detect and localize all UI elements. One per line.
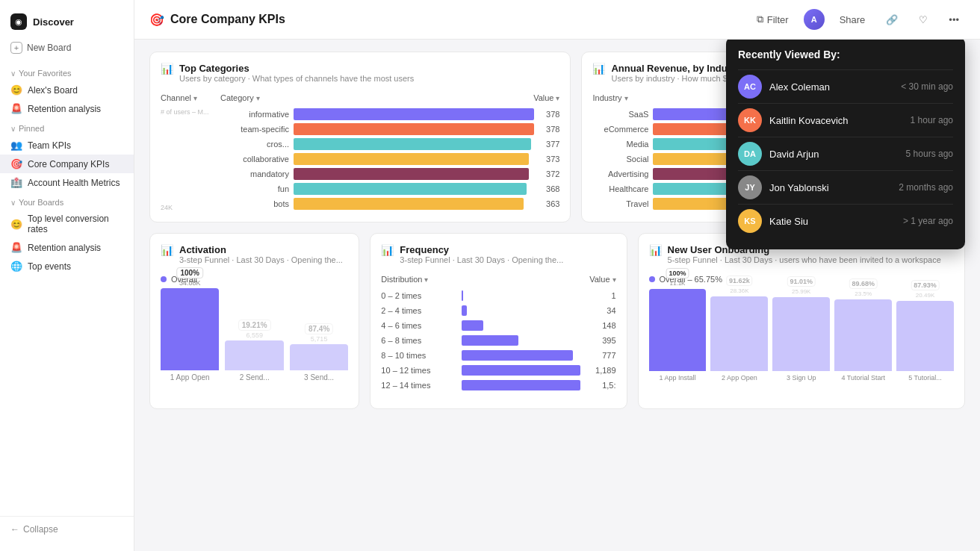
frequency-row: 10 – 12 times 1,189 [381, 363, 615, 378]
more-button[interactable]: ••• [943, 10, 965, 29]
share-button[interactable]: Share [834, 10, 872, 29]
topbar-actions: ⧉ Filter A Share 🔗 ♡ ••• [751, 9, 965, 30]
new-board-button[interactable]: + New Board [0, 37, 134, 63]
activation-card: 📊 Activation 3-step Funnel · Last 30 Day… [149, 233, 359, 409]
chart-row: team-specific378 [223, 122, 559, 137]
emoji-icon: 🚨 [10, 242, 22, 253]
chart-icon: 📊 [161, 63, 173, 75]
chart-body: # of users – M... 24K informative378team… [161, 107, 559, 211]
dist-col-header[interactable]: Distribution ▾ [381, 275, 428, 284]
recently-viewed-item[interactable]: DA David Arjun 5 hours ago [738, 137, 953, 170]
favorite-button[interactable]: ♡ [913, 10, 934, 29]
frequency-card: 📊 Frequency 3-step Funnel · Last 30 Days… [370, 233, 627, 409]
recently-viewed-item[interactable]: JY Jon Yablonski 2 months ago [738, 170, 953, 204]
sidebar: ◉ Discover + New Board ∨ Your Favorites … [0, 0, 134, 551]
emoji-icon: 🚨 [10, 103, 22, 114]
bar-chart: informative378team-specific378cros...377… [223, 107, 559, 211]
recently-viewed-item[interactable]: AC Alex Coleman < 30 min ago [738, 69, 953, 103]
top-categories-subtitle: Users by category · What types of channe… [179, 74, 414, 83]
recently-viewed-title: Recently Viewed By: [738, 49, 953, 60]
rv-time: 1 hour ago [911, 115, 953, 125]
activation-bar-group: 19.21%6,5592 Send... [225, 340, 283, 382]
sidebar-item-retention-analysis-fav[interactable]: 🚨 Retention analysis [0, 99, 134, 118]
sidebar-item-account-health[interactable]: 🏥 Account Health Metrics [0, 173, 134, 192]
sidebar-logo-text: Discover [33, 16, 74, 28]
rv-name: Jon Yablonski [769, 182, 891, 193]
discover-icon: ◉ [10, 13, 27, 30]
onboarding-bar-group: 89.68%23.5%4 Tutorial Start [834, 299, 892, 382]
chart-row: cros...377 [223, 137, 559, 152]
y-axis-labels: # of users – M... 24K [161, 107, 220, 211]
frequency-row: 12 – 14 times 1,5: [381, 378, 615, 393]
new-user-onboarding-card: 📊 New User Onboarding 5-step Funnel · La… [638, 233, 965, 409]
chart-row: bots363 [223, 196, 559, 211]
top-categories-card: 📊 Top Categories Users by category · Wha… [149, 52, 571, 222]
channel-col-header: Channel ▾ [161, 93, 220, 102]
frequency-title: Frequency [400, 244, 563, 255]
sidebar-item-retention-boards[interactable]: 🚨 Retention analysis [0, 238, 134, 257]
rv-avatar: KS [738, 209, 762, 233]
title-emoji: 🎯 [149, 13, 164, 27]
onboarding-bar-chart: 100%11.1K1 App Install91.62k28.36K2 App … [649, 290, 954, 398]
content-area: 📊 Top Categories Users by category · Wha… [134, 40, 980, 551]
page-title: 🎯 Core Company KPIs [149, 13, 285, 27]
emoji-icon: 😊 [10, 84, 22, 96]
filter-icon: ⧉ [757, 13, 763, 25]
onboarding-bar-group: 91.62k28.36K2 App Open [710, 296, 768, 382]
filter-button[interactable]: ⧉ Filter [751, 10, 795, 29]
recently-viewed-list: AC Alex Coleman < 30 min ago KK Kaitlin … [738, 69, 953, 237]
frequency-row: 4 – 6 times 148 [381, 318, 615, 333]
top-categories-title: Top Categories [179, 63, 414, 74]
rv-avatar: KK [738, 108, 762, 132]
collapse-button[interactable]: ← Collapse [10, 524, 123, 535]
category-col-header: Category ▾ [220, 93, 522, 102]
frequency-row: 6 – 8 times 395 [381, 333, 615, 348]
emoji-icon: 😊 [10, 219, 22, 230]
sidebar-logo: ◉ Discover [0, 9, 134, 37]
freq-value-col-header: Value ▾ [589, 275, 615, 284]
onboarding-subtitle: 5-step Funnel · Last 30 Days · users who… [668, 255, 941, 264]
user-avatar[interactable]: A [804, 9, 825, 30]
emoji-icon: 👥 [10, 140, 22, 151]
rv-name: Kaitlin Kovacevich [769, 115, 903, 126]
rv-time: 2 months ago [899, 182, 953, 193]
plus-icon: + [10, 42, 22, 54]
main-content: 🎯 Core Company KPIs ⧉ Filter A Share 🔗 ♡… [134, 0, 980, 551]
rv-time: 5 hours ago [906, 149, 953, 159]
sidebar-item-alexs-board[interactable]: 😊 Alex's Board [0, 81, 134, 99]
emoji-icon: 🎯 [10, 158, 22, 169]
sidebar-item-team-kpis[interactable]: 👥 Team KPIs [0, 136, 134, 155]
recently-viewed-popup: Recently Viewed By: AC Alex Coleman < 30… [726, 40, 965, 249]
link-button[interactable]: 🔗 [880, 10, 904, 29]
sidebar-item-top-events[interactable]: 🌐 Top events [0, 257, 134, 276]
recently-viewed-item[interactable]: KS Katie Siu > 1 year ago [738, 204, 953, 237]
sidebar-item-core-company-kpis[interactable]: 🎯 Core Company KPIs [0, 155, 134, 173]
emoji-icon: 🏥 [10, 177, 22, 188]
topbar: 🎯 Core Company KPIs ⧉ Filter A Share 🔗 ♡… [134, 0, 980, 40]
frequency-headers: Distribution ▾ Value ▾ [381, 275, 615, 284]
bottom-cards-row: 📊 Activation 3-step Funnel · Last 30 Day… [149, 233, 965, 409]
frequency-row: 0 – 2 times 1 [381, 288, 615, 303]
chart-column-headers: Channel ▾ Category ▾ Value ▾ [161, 93, 559, 102]
rv-avatar: DA [738, 142, 762, 166]
emoji-icon: 🌐 [10, 261, 22, 272]
sidebar-item-top-level[interactable]: 😊 Top level conversion rates [0, 210, 134, 238]
sidebar-footer: ← Collapse [0, 516, 134, 542]
activation-bar-chart: 100%34.08K1 App Open19.21%6,5592 Send...… [161, 290, 348, 398]
funnel-icon: 📊 [381, 244, 394, 256]
rv-name: David Arjun [769, 149, 899, 160]
rv-name: Katie Siu [769, 216, 896, 227]
chart-icon: 📊 [592, 63, 605, 75]
chart-row: mandatory372 [223, 166, 559, 181]
frequency-bar-chart: 0 – 2 times 1 2 – 4 times 34 4 – 6 times… [381, 288, 615, 393]
activation-bar-group: 100%34.08K1 App Open [161, 288, 219, 382]
activation-bar-group: 87.4%5,7153 Send... [290, 344, 348, 382]
chart-row: informative378 [223, 107, 559, 122]
onboarding-bar-group: 91.01%25.99K3 Sign Up [772, 297, 830, 382]
recently-viewed-item[interactable]: KK Kaitlin Kovacevich 1 hour ago [738, 103, 953, 137]
rv-time: > 1 year ago [903, 216, 953, 226]
industry-col-header: Industry ▾ [592, 93, 652, 102]
rv-time: < 30 min ago [901, 81, 953, 92]
onboarding-bar-group: 100%11.1K1 App Install [649, 289, 707, 382]
frequency-row: 8 – 10 times 777 [381, 348, 615, 363]
